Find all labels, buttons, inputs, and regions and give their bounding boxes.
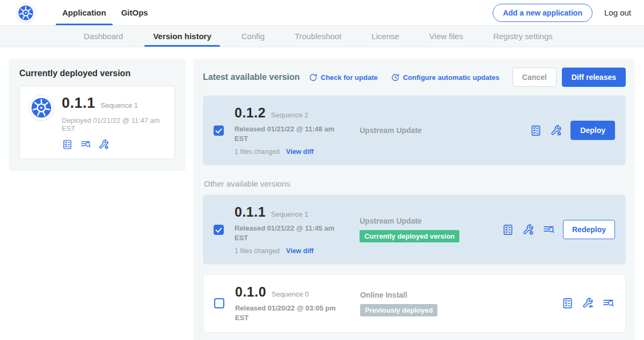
- configure-automatic-updates-link[interactable]: Configure automatic updates: [391, 73, 500, 82]
- subtab-dashboard[interactable]: Dashboard: [75, 26, 131, 47]
- release-notes-icon[interactable]: [561, 297, 574, 309]
- version-number: 0.1.1: [235, 204, 266, 220]
- config-view-wrench-eye-icon[interactable]: [582, 297, 594, 309]
- sequence-label: Sequence 2: [271, 111, 308, 119]
- release-notes-icon[interactable]: [502, 224, 514, 236]
- currently-deployed-panel: Currently deployed version 0.1.1 Sequenc…: [9, 59, 186, 171]
- clock-refresh-icon: [391, 73, 400, 82]
- release-notes-icon[interactable]: [530, 124, 542, 137]
- subtab-license[interactable]: License: [363, 26, 408, 47]
- version-history-panel: Latest available version Check for updat…: [193, 59, 635, 340]
- sequence-label: Sequence 0: [272, 290, 309, 298]
- files-changed-label: 1 files changed: [235, 247, 280, 255]
- main-content: Currently deployed version 0.1.1 Sequenc…: [0, 47, 644, 340]
- deploy-button[interactable]: Deploy: [570, 121, 615, 140]
- logs-icon[interactable]: [602, 297, 614, 309]
- kubernetes-logo-icon[interactable]: [16, 3, 35, 23]
- currently-deployed-badge: Currently deployed version: [360, 230, 459, 242]
- subtab-view-files[interactable]: View files: [421, 26, 472, 47]
- version-card-0-1-0: 0.1.0 Sequence 0 Released 01/20/22 @ 03:…: [203, 274, 626, 332]
- files-changed-label: 1 files changed: [235, 148, 280, 156]
- version-source-label: Upstream Update: [360, 217, 502, 225]
- config-wrench-gear-icon[interactable]: [98, 139, 109, 150]
- top-navbar: Application GitOps Add a new application…: [0, 0, 644, 26]
- view-diff-link[interactable]: View diff: [286, 247, 313, 255]
- logout-link[interactable]: Log out: [604, 8, 631, 17]
- cancel-button[interactable]: Cancel: [513, 68, 557, 87]
- add-new-application-button[interactable]: Add a new application: [493, 4, 592, 22]
- released-timestamp: Released 01/21/22 @ 11:48 am EST: [235, 124, 338, 143]
- deployed-version-number: 0.1.1: [62, 95, 96, 112]
- view-diff-link[interactable]: View diff: [286, 148, 313, 156]
- app-subnav: Dashboard Version history Config Trouble…: [0, 26, 644, 47]
- app-logo-icon: [28, 95, 54, 121]
- version-checkbox[interactable]: [214, 225, 224, 235]
- version-number: 0.1.2: [235, 105, 266, 121]
- version-source-label: Online Install: [360, 291, 502, 299]
- config-wrench-gear-icon[interactable]: [550, 124, 562, 137]
- release-notes-icon[interactable]: [62, 139, 73, 150]
- deployed-panel-title: Currently deployed version: [19, 69, 175, 78]
- version-card-0-1-1: 0.1.1 Sequence 1 Released 01/21/22 @ 11:…: [203, 195, 626, 264]
- deployed-version-card: 0.1.1 Sequence 1 Deployed 01/21/22 @ 11:…: [19, 86, 175, 159]
- version-number: 0.1.0: [235, 284, 266, 300]
- latest-available-title: Latest available version: [203, 72, 300, 82]
- diff-releases-button[interactable]: Diff releases: [562, 68, 626, 87]
- version-checkbox[interactable]: [214, 125, 224, 136]
- deployed-timestamp: Deployed 01/21/22 @ 11:47 am EST: [62, 116, 166, 132]
- logs-icon[interactable]: [80, 139, 91, 150]
- subtab-config[interactable]: Config: [233, 26, 273, 47]
- version-source-label: Upstream Update: [360, 126, 502, 135]
- version-card-0-1-2: 0.1.2 Sequence 2 Released 01/21/22 @ 11:…: [203, 95, 626, 165]
- logs-icon[interactable]: [543, 224, 555, 236]
- refresh-icon: [309, 73, 318, 82]
- version-checkbox[interactable]: [214, 298, 224, 308]
- released-timestamp: Released 01/20/22 @ 03:05 pm EST: [235, 304, 338, 322]
- subtab-registry-settings[interactable]: Registry settings: [485, 26, 561, 47]
- deployed-sequence-label: Sequence 1: [101, 101, 138, 109]
- subtab-version-history[interactable]: Version history: [144, 26, 219, 47]
- config-wrench-gear-icon[interactable]: [522, 224, 535, 236]
- other-versions-title: Other available versions: [204, 179, 626, 188]
- released-timestamp: Released 01/21/22 @ 11:45 am EST: [235, 224, 338, 242]
- subtab-troubleshoot[interactable]: Troubleshoot: [286, 26, 350, 47]
- sequence-label: Sequence 1: [271, 210, 308, 218]
- top-nav-tabs: Application GitOps: [55, 0, 156, 25]
- check-for-update-link[interactable]: Check for update: [309, 73, 378, 82]
- previously-deployed-badge: Previously deployed: [360, 304, 437, 316]
- tab-gitops[interactable]: GitOps: [114, 0, 156, 25]
- redeploy-button[interactable]: Redeploy: [563, 220, 615, 239]
- tab-application[interactable]: Application: [55, 0, 114, 25]
